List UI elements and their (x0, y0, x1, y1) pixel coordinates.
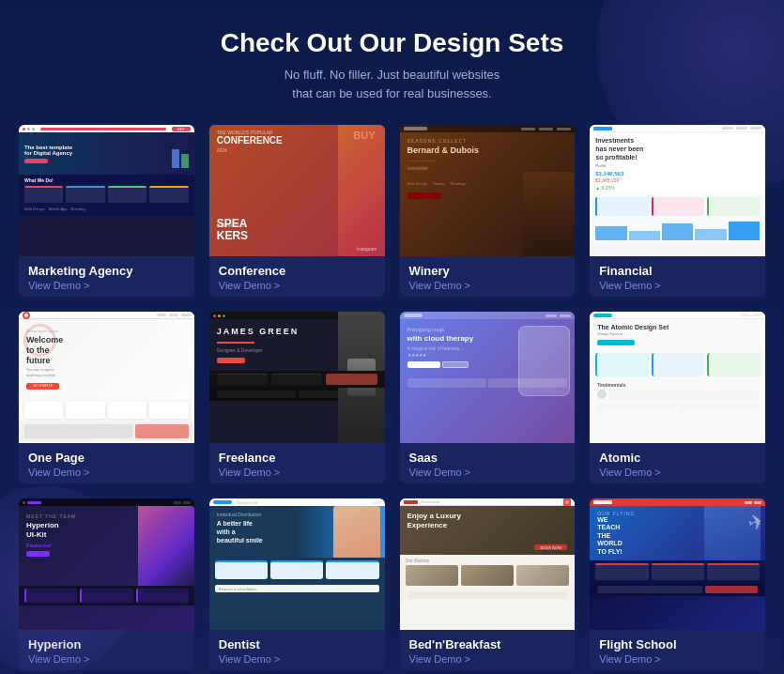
card-title-flight: Flight School (599, 637, 756, 651)
card-hyperion[interactable]: Meet the Team HyperionUI-Kit Features! (19, 498, 194, 670)
page-subtitle: No fluff. No filler. Just beautiful webs… (19, 66, 765, 102)
card-one-page[interactable]: Meets inspiring you Welcometo thefuture … (19, 312, 194, 483)
card-atomic[interactable]: The Atomic Design Set Design System Test… (590, 312, 765, 483)
card-title-conference: Conference (219, 264, 376, 278)
card-thumb-dentist: Experienced Individual Distribution A be… (209, 498, 385, 630)
card-marketing-agency[interactable]: GET The best templatefor Digital Agency … (19, 125, 194, 297)
card-title-winery: Winery (409, 264, 566, 278)
page-header: Check Out Our Design Sets No fluff. No f… (19, 28, 765, 102)
card-title-marketing: Marketing Agency (28, 264, 185, 278)
card-link-onepage[interactable]: View Demo > (28, 467, 185, 478)
card-link-saas[interactable]: View Demo > (409, 467, 566, 478)
page-title: Check Out Our Design Sets (19, 28, 765, 58)
card-financial[interactable]: Investmentshas never beenso profitable! … (590, 125, 765, 297)
design-sets-grid: GET The best templatefor Digital Agency … (19, 125, 765, 670)
card-thumb-freelance: JAMES GREEN Designer & Developer (209, 312, 385, 443)
card-link-dentist[interactable]: View Demo > (219, 653, 376, 665)
card-link-winery[interactable]: View Demo > (409, 280, 566, 291)
card-dentist[interactable]: Experienced Individual Distribution A be… (209, 498, 385, 670)
card-thumb-bnb: Restaurant ▤ Enjoy a LuxuryExperience BO… (400, 498, 576, 630)
card-saas[interactable]: Prototyping magic with cloud therapy A m… (400, 312, 576, 483)
card-title-freelance: Freelance (219, 451, 376, 465)
card-thumb-financial: Investmentshas never beenso profitable! … (590, 125, 765, 256)
card-title-atomic: Atomic (599, 451, 756, 465)
card-thumb-saas: Prototyping magic with cloud therapy A m… (400, 312, 576, 443)
card-link-flight[interactable]: View Demo > (599, 653, 756, 665)
card-thumb-conference: BUY THE WORLD'S POPULAR CONFERENCE 2024 … (209, 125, 385, 256)
card-link-atomic[interactable]: View Demo > (599, 467, 756, 478)
card-title-saas: Saas (409, 451, 566, 465)
card-link-financial[interactable]: View Demo > (599, 280, 756, 291)
card-title-bnb: Bed'n'Breakfast (409, 637, 566, 651)
card-link-bnb[interactable]: View Demo > (409, 653, 566, 665)
card-freelance[interactable]: JAMES GREEN Designer & Developer (209, 312, 385, 483)
card-winery[interactable]: Seasons Collect Bernard & Dubois newslet… (400, 125, 576, 297)
card-thumb-atomic: The Atomic Design Set Design System Test… (590, 312, 765, 443)
card-link-hyperion[interactable]: View Demo > (28, 653, 185, 665)
card-flight-school[interactable]: OUR FLYING WETEACHTHEWORLDTO FLY! ✈ (590, 498, 765, 670)
card-title-dentist: Dentist (219, 637, 376, 651)
card-link-freelance[interactable]: View Demo > (219, 467, 376, 478)
card-thumb-flight: OUR FLYING WETEACHTHEWORLDTO FLY! ✈ (590, 498, 765, 630)
card-link-marketing[interactable]: View Demo > (28, 280, 185, 291)
card-title-financial: Financial (599, 264, 756, 278)
card-thumb-onepage: Meets inspiring you Welcometo thefuture … (19, 312, 194, 443)
card-bnb[interactable]: Restaurant ▤ Enjoy a LuxuryExperience BO… (400, 498, 576, 670)
card-title-onepage: One Page (28, 451, 185, 465)
card-thumb-winery: Seasons Collect Bernard & Dubois newslet… (400, 125, 576, 256)
card-link-conference[interactable]: View Demo > (219, 280, 376, 291)
card-thumb-marketing: GET The best templatefor Digital Agency … (19, 125, 194, 256)
card-thumb-hyperion: Meet the Team HyperionUI-Kit Features! (19, 498, 194, 630)
card-title-hyperion: Hyperion (28, 637, 185, 651)
card-conference[interactable]: BUY THE WORLD'S POPULAR CONFERENCE 2024 … (209, 125, 385, 297)
